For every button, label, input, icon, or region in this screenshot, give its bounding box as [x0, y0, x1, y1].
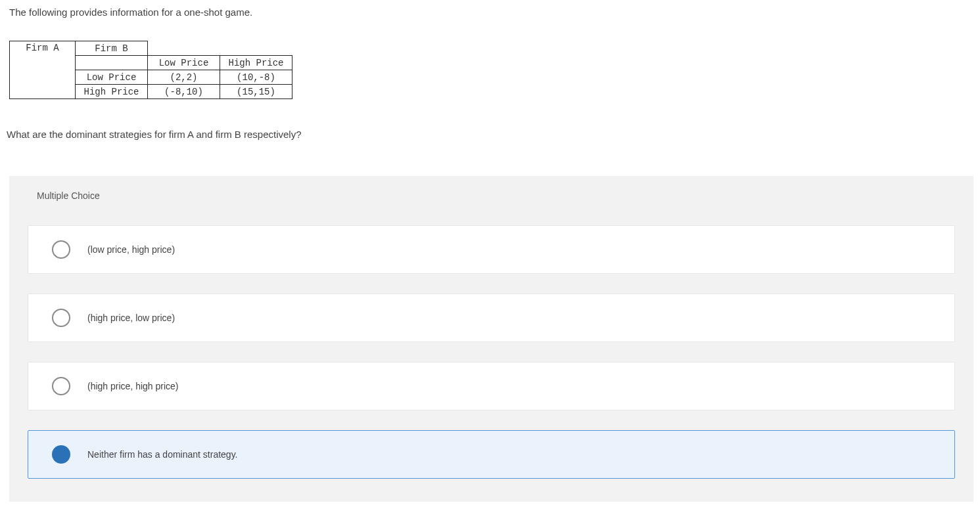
option-d[interactable]: Neither firm has a dominant strategy. — [28, 430, 955, 479]
cell-lh: (10,-8) — [220, 70, 292, 85]
mc-header: Multiple Choice — [9, 176, 973, 215]
empty-cell — [220, 41, 292, 56]
multiple-choice-container: Multiple Choice (low price, high price) … — [9, 176, 973, 502]
option-a[interactable]: (low price, high price) — [28, 225, 955, 274]
row-header-high: High Price — [76, 85, 148, 99]
cell-hl: (-8,10) — [148, 85, 220, 99]
empty-header — [76, 56, 148, 70]
col-header-high: High Price — [220, 56, 292, 70]
payoff-table: Firm A Firm B Low Price High Price Low P… — [9, 41, 292, 99]
empty-cell — [148, 41, 220, 56]
option-b[interactable]: (high price, low price) — [28, 294, 955, 342]
option-b-label: (high price, low price) — [87, 313, 175, 323]
radio-icon-selected — [52, 445, 70, 464]
option-c-label: (high price, high price) — [87, 381, 179, 391]
radio-icon — [52, 309, 70, 327]
cell-ll: (2,2) — [148, 70, 220, 85]
intro-text: The following provides information for a… — [7, 7, 973, 18]
row-header-low: Low Price — [76, 70, 148, 85]
firm-b-label: Firm B — [76, 41, 148, 56]
col-header-low: Low Price — [148, 56, 220, 70]
radio-icon — [52, 240, 70, 259]
radio-icon — [52, 377, 70, 395]
firm-a-label: Firm A — [10, 41, 76, 99]
cell-hh: (15,15) — [220, 85, 292, 99]
option-d-label: Neither firm has a dominant strategy. — [87, 449, 238, 460]
option-a-label: (low price, high price) — [87, 244, 175, 255]
question-text: What are the dominant strategies for fir… — [7, 129, 973, 140]
options-area: (low price, high price) (high price, low… — [9, 215, 973, 502]
option-c[interactable]: (high price, high price) — [28, 362, 955, 410]
